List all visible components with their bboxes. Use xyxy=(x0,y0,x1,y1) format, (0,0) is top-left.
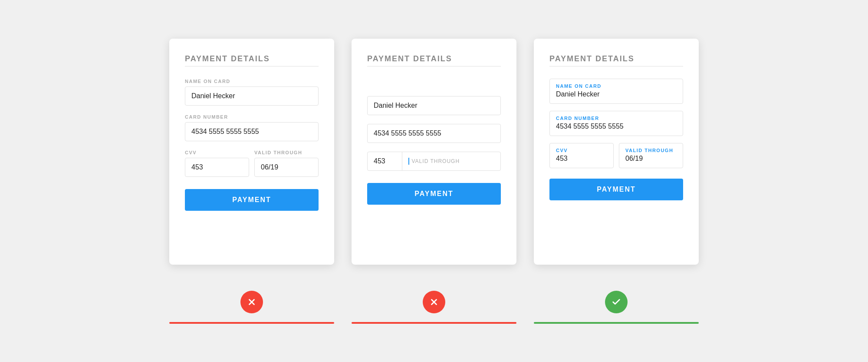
bottom-bar-2 xyxy=(352,322,516,324)
valid-inner-value-3: 06/19 xyxy=(625,155,677,163)
valid-group-1: VALID THROUGH xyxy=(254,150,319,177)
card-inner-label-3: CARD NUMBER xyxy=(556,116,677,121)
cvv-field-inner-3[interactable]: CVV 453 xyxy=(549,143,614,168)
card-wrapper-3: PAYMENT DETAILS NAME ON CARD Daniel Heck… xyxy=(534,39,699,324)
cvv-label-1: CVV xyxy=(185,150,249,155)
cards-container: PAYMENT DETAILS NAME ON CARD CARD NUMBER… xyxy=(169,39,699,324)
card-input-1[interactable] xyxy=(185,122,319,141)
valid-input-1[interactable] xyxy=(254,158,319,177)
card-wrapper-2: PAYMENT DETAILS 453 VALID THROUGH PAYMEN… xyxy=(352,39,516,324)
card-title-2: PAYMENT DETAILS xyxy=(367,54,501,63)
card-input-2[interactable] xyxy=(367,124,501,143)
card-label-1: CARD NUMBER xyxy=(185,114,319,120)
card-inner-value-3: 4534 5555 5555 5555 xyxy=(556,123,677,130)
valid-placeholder-2: VALID THROUGH xyxy=(402,152,500,170)
cvv-inner-label-3: CVV xyxy=(556,148,607,153)
cvv-group-1: CVV xyxy=(185,150,249,177)
name-label-1: NAME ON CARD xyxy=(185,79,319,84)
payment-button-1[interactable]: PAYMENT xyxy=(185,189,319,211)
valid-field-inner-3[interactable]: VALID THROUGH 06/19 xyxy=(619,143,683,168)
status-icon-success-3 xyxy=(605,291,628,313)
payment-button-2[interactable]: PAYMENT xyxy=(367,183,501,205)
bottom-bar-1 xyxy=(169,322,334,324)
status-icon-error-2 xyxy=(423,291,445,313)
name-input-2[interactable] xyxy=(367,96,501,115)
split-input-2: 453 VALID THROUGH xyxy=(367,152,501,171)
row-fields-inner-3: CVV 453 VALID THROUGH 06/19 xyxy=(549,143,683,168)
cvv-input-1[interactable] xyxy=(185,158,249,177)
name-input-1[interactable] xyxy=(185,86,319,106)
card-wrapper-1: PAYMENT DETAILS NAME ON CARD CARD NUMBER… xyxy=(169,39,334,324)
title-divider-1 xyxy=(185,66,319,66)
row-fields-1: CVV VALID THROUGH xyxy=(185,150,319,177)
card-title-3: PAYMENT DETAILS xyxy=(549,54,683,63)
name-field-inner-3[interactable]: NAME ON CARD Daniel Hecker xyxy=(549,79,683,104)
payment-card-1: PAYMENT DETAILS NAME ON CARD CARD NUMBER… xyxy=(169,39,334,265)
title-divider-2 xyxy=(367,66,501,66)
card-title-1: PAYMENT DETAILS xyxy=(185,54,319,63)
title-divider-3 xyxy=(549,66,683,66)
cvv-value-2: 453 xyxy=(368,152,402,170)
valid-inner-label-3: VALID THROUGH xyxy=(625,148,677,153)
name-inner-label-3: NAME ON CARD xyxy=(556,83,677,89)
card2-spacer-top xyxy=(367,79,501,96)
cursor-2 xyxy=(408,158,409,165)
bottom-bar-3 xyxy=(534,322,699,324)
cvv-inner-value-3: 453 xyxy=(556,155,607,163)
card-field-inner-3[interactable]: CARD NUMBER 4534 5555 5555 5555 xyxy=(549,111,683,136)
status-icon-error-1 xyxy=(240,291,263,313)
valid-label-1: VALID THROUGH xyxy=(254,150,319,155)
payment-card-3: PAYMENT DETAILS NAME ON CARD Daniel Heck… xyxy=(534,39,699,265)
payment-card-2: PAYMENT DETAILS 453 VALID THROUGH PAYMEN… xyxy=(352,39,516,265)
name-inner-value-3: Daniel Hecker xyxy=(556,90,677,98)
payment-button-3[interactable]: PAYMENT xyxy=(549,179,683,200)
